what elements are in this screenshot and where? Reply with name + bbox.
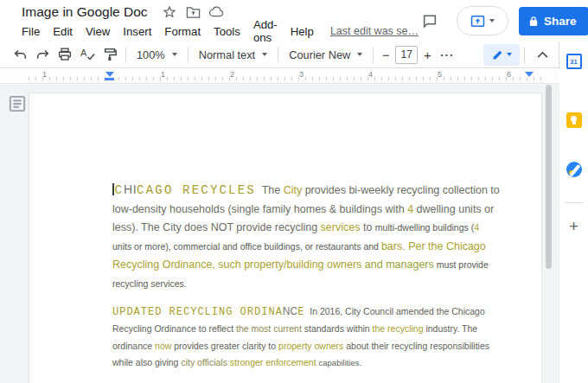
lock-icon (529, 16, 538, 27)
document-text: CHICAGO RECYCLES The City provides bi-we… (112, 181, 538, 383)
last-edit-status[interactable]: Last edit was se… (330, 25, 419, 37)
text-segment: bars. Per the Chicago (381, 240, 486, 252)
text-line: recycling services. (112, 274, 538, 293)
get-addons-icon[interactable]: + (569, 218, 578, 235)
left-indent-marker[interactable] (105, 72, 114, 77)
increase-font-size-button[interactable]: + (419, 48, 435, 62)
undo-icon[interactable] (9, 44, 31, 65)
header-main: Image in Google Doc File Edit View Inser… (22, 2, 419, 40)
spell-check-icon[interactable]: A (76, 44, 99, 65)
ruler-number: 1 (42, 70, 47, 79)
pencil-icon (492, 49, 503, 61)
right-margin-marker[interactable] (525, 72, 534, 77)
paint-format-icon[interactable] (99, 44, 121, 65)
decrease-font-size-button[interactable]: − (378, 48, 393, 62)
move-to-folder-icon[interactable] (186, 5, 201, 20)
text-segment: The (256, 184, 284, 196)
paragraph[interactable]: UPDATED RECYCLING ORDINANCE In 2016, Cit… (112, 303, 538, 372)
text-segment: stronger enforcement (230, 357, 319, 367)
text-line: UPDATED RECYCLING ORDINANCE In 2016, Cit… (112, 303, 538, 321)
text-segment: Recycling Ordinance to reflect (112, 323, 236, 334)
document-page[interactable]: CHICAGO RECYCLES The City provides bi-we… (29, 93, 542, 383)
google-keep-icon[interactable] (566, 112, 582, 128)
google-calendar-icon[interactable]: 31 (566, 54, 582, 69)
text-line: while also giving city officials stronge… (112, 354, 538, 372)
redo-icon[interactable] (31, 44, 54, 65)
chevron-down-icon (172, 53, 177, 56)
document-outline-icon[interactable] (9, 95, 26, 116)
menu-edit[interactable]: Edit (53, 25, 73, 38)
format-toolbar: A 100% Normal text Courier New − 17 + ··… (0, 41, 559, 68)
header-actions: Share (419, 6, 588, 35)
chevron-down-icon (262, 53, 267, 56)
menu-view[interactable]: View (86, 25, 110, 38)
app-header: Image in Google Doc File Edit View Inser… (0, 0, 588, 41)
text-segment: provides greater clarity to (174, 341, 278, 351)
text-segment: property owners (278, 341, 346, 351)
present-button[interactable] (457, 6, 508, 35)
ruler-number: 2 (230, 70, 234, 79)
text-segment: HI (124, 182, 137, 196)
text-segment: ordinance (112, 341, 155, 351)
left-margin-marker[interactable] (105, 78, 114, 80)
paragraph[interactable]: CHICAGO RECYCLES The City provides bi-we… (112, 181, 538, 293)
text-segment: now (155, 341, 174, 351)
menu-help[interactable]: Help (291, 25, 314, 38)
text-segment: CAGO RECYCLES (137, 183, 256, 197)
doc-title[interactable]: Image in Google Doc (22, 4, 148, 20)
horizontal-ruler[interactable]: 1 1 2 3 4 5 6 (0, 69, 559, 84)
side-panel-rail: 31 + (559, 41, 588, 383)
comment-history-icon[interactable] (419, 10, 441, 32)
paragraph[interactable]: The new Chicago Recycling Ordinance was … (112, 380, 538, 383)
collapse-toolbar-icon[interactable] (531, 44, 553, 65)
text-line: The new Chicago Recycling Ordinance was … (112, 380, 538, 383)
menu-tools[interactable]: Tools (214, 25, 240, 38)
style-value: Normal text (199, 48, 255, 61)
vertical-scrollbar[interactable] (546, 85, 552, 269)
text-segment: In 2016, City Council amended the Chicag… (304, 306, 484, 316)
ruler-number: 6 (507, 70, 511, 79)
toolbar-separator (278, 47, 278, 63)
text-segment: the recycling (373, 323, 426, 334)
ruler-number: 3 (299, 70, 304, 79)
print-icon[interactable] (54, 44, 76, 65)
cloud-saved-icon[interactable] (209, 5, 224, 20)
google-tasks-icon[interactable] (566, 162, 582, 177)
menu-insert[interactable]: Insert (123, 25, 151, 38)
ruler-number: 1 (161, 70, 165, 79)
font-family-select[interactable]: Courier New (283, 44, 368, 65)
text-cursor (112, 183, 114, 195)
text-segment: provides bi-weekly recycling collection … (305, 184, 500, 196)
text-segment: while also giving (112, 357, 181, 367)
menu-file[interactable]: File (22, 25, 40, 38)
zoom-select[interactable]: 100% (131, 44, 183, 65)
text-segment: C (115, 183, 125, 197)
chevron-down-icon (357, 53, 362, 56)
text-segment: City (284, 184, 305, 196)
text-segment: about their recycling responsibilities (346, 341, 489, 351)
text-segment: dwelling units or (413, 203, 494, 215)
text-segment: recycling services. (112, 278, 187, 289)
google-docs-app: Image in Google Doc File Edit View Inser… (0, 0, 588, 383)
menu-addons[interactable]: Add-ons (253, 18, 278, 44)
text-line: Recycling Ordinance, such property/build… (112, 255, 538, 274)
paragraph-style-select[interactable]: Normal text (193, 44, 273, 65)
svg-text:A: A (80, 48, 87, 58)
ruler-number: 5 (438, 70, 442, 79)
text-line: ordinance now provides greater clarity t… (112, 337, 538, 354)
share-button[interactable]: Share (519, 7, 588, 35)
toolbar-separator (373, 47, 374, 63)
menu-format[interactable]: Format (164, 25, 201, 38)
document-area: CHICAGO RECYCLES The City provides bi-we… (0, 83, 559, 383)
editing-mode-button[interactable] (483, 44, 520, 66)
text-segment: NC (283, 305, 297, 317)
text-segment: services (321, 221, 361, 233)
menu-bar: File Edit View Insert Format Tools Add-o… (22, 22, 419, 40)
rail-divider (566, 202, 583, 203)
more-options-icon[interactable]: ··· (440, 48, 454, 61)
font-size-input[interactable]: 17 (395, 46, 418, 64)
calendar-date-label: 31 (570, 58, 577, 66)
text-line: units or more), commercial and office bu… (112, 237, 538, 256)
star-icon[interactable] (163, 5, 177, 20)
document-workspace: 1 1 2 3 4 5 6 CHICAGO RECYCLES The City … (0, 69, 559, 383)
